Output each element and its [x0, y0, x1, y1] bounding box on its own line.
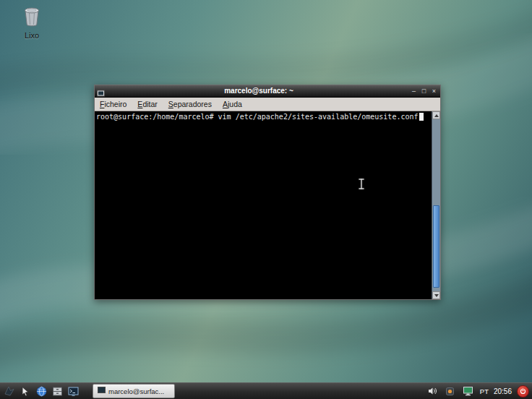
trash-icon-label: Lixo	[13, 31, 51, 40]
desktop-icon-trash[interactable]: Lixo	[13, 6, 51, 40]
window-menubar: Ficheiro Editar Separadores Ajuda	[95, 98, 440, 111]
trash-icon	[22, 17, 42, 30]
menu-ajuda[interactable]: Ajuda	[223, 100, 242, 108]
taskbar-window-button[interactable]: marcelo@surfac...	[93, 384, 175, 398]
terminal-prompt-line: root@surface:/home/marcelo# vim /etc/apa…	[95, 111, 440, 121]
terminal-block-cursor	[419, 113, 424, 121]
terminal-window: marcelo@surface: ~ – □ × Ficheiro Editar…	[94, 85, 441, 300]
scrollbar-up-icon	[434, 114, 439, 117]
menu-editar[interactable]: Editar	[137, 100, 157, 108]
menu-separadores-accel: S	[168, 100, 173, 108]
menu-separadores-rest: eparadores	[173, 100, 212, 108]
browser-icon[interactable]	[35, 385, 48, 398]
window-terminal-icon	[97, 87, 105, 95]
menu-separadores[interactable]: Separadores	[168, 100, 212, 108]
taskbar-window-button-label: marcelo@surfac...	[108, 387, 164, 395]
display-icon[interactable]	[462, 385, 475, 398]
maximize-button[interactable]: □	[420, 87, 428, 95]
menu-editar-rest: ditar	[142, 100, 157, 108]
scrollbar-down-button[interactable]	[432, 291, 440, 299]
close-button[interactable]: ×	[430, 87, 438, 95]
taskbar-window-button-icon	[98, 387, 106, 395]
terminal-screen[interactable]: root@surface:/home/marcelo# vim /etc/apa…	[95, 111, 440, 299]
ibeam-cursor-icon	[357, 178, 366, 193]
window-titlebar[interactable]: marcelo@surface: ~ – □ ×	[95, 85, 440, 98]
updates-icon[interactable]	[444, 385, 457, 398]
minimize-button[interactable]: –	[410, 87, 418, 95]
window-controls: – □ ×	[410, 87, 438, 95]
scrollbar-thumb[interactable]	[433, 205, 439, 288]
menu-ficheiro-rest: icheiro	[104, 100, 126, 108]
power-button[interactable]	[517, 385, 529, 398]
keyboard-layout-indicator[interactable]: PT	[480, 387, 489, 395]
taskbar-clock[interactable]: 20:56	[494, 387, 512, 395]
menu-ajuda-accel: A	[223, 100, 228, 108]
menu-ficheiro[interactable]: Ficheiro	[100, 100, 126, 108]
terminal-launcher-icon[interactable]	[66, 385, 80, 398]
power-icon	[520, 388, 526, 395]
scrollbar-down-icon	[434, 294, 439, 297]
terminal-prompt-text: root@surface:/home/marcelo# vim /etc/apa…	[96, 113, 419, 121]
terminal-scrollbar[interactable]	[432, 111, 440, 299]
pointer-icon[interactable]	[19, 385, 32, 398]
system-tray: PT 20:56	[426, 385, 529, 398]
applications-menu-icon[interactable]	[3, 385, 16, 398]
volume-icon[interactable]	[426, 385, 439, 398]
taskbar: marcelo@surfac... PT 20:56	[0, 382, 532, 399]
scrollbar-up-button[interactable]	[432, 111, 440, 119]
file-manager-icon[interactable]	[51, 385, 64, 398]
window-title: marcelo@surface: ~	[108, 85, 410, 97]
menu-ajuda-rest: juda	[228, 100, 242, 108]
